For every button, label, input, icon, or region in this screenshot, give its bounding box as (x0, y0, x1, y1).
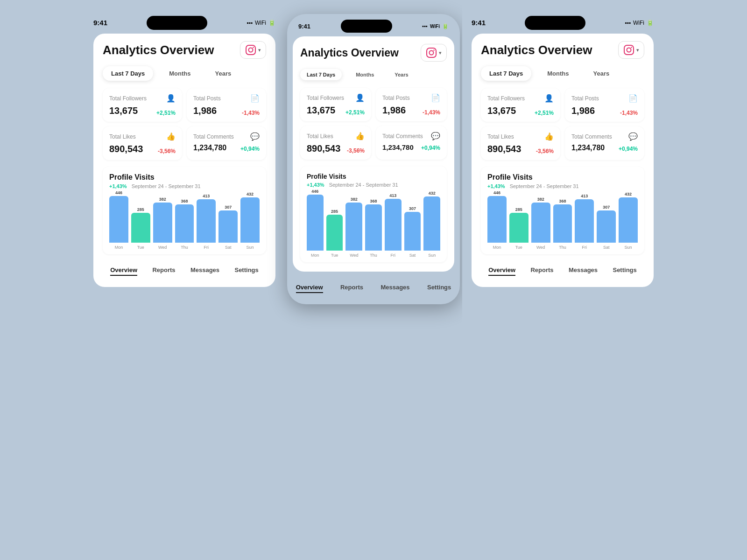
bar-group-thu: 368Thu (365, 199, 382, 258)
right-filter-years[interactable]: Years (585, 66, 618, 81)
left-status-icons: ▪▪▪ WiFi 🔋 (247, 20, 275, 26)
center-bottom-nav: Overview Reports Messages Settings (287, 276, 460, 295)
bar-fill (175, 204, 194, 243)
bar-label: Mon (493, 245, 501, 250)
bar-label: Wed (536, 245, 545, 250)
bar-value: 432 (247, 192, 254, 196)
center-ig-button[interactable]: ▾ (421, 44, 447, 62)
bar-label: Mon (115, 245, 123, 250)
right-followers-icon: 👤 (544, 94, 554, 103)
center-wrapper: 9:41 ▪▪▪ WiFi 🔋 Analytics Overview (285, 0, 462, 304)
bar-label: Fri (582, 245, 587, 250)
center-filter-years[interactable]: Years (388, 69, 415, 80)
bar-label: Mon (311, 253, 319, 258)
wifi-icon: WiFi (430, 24, 440, 29)
bar-label: Tue (137, 245, 144, 250)
bar-group-sun: 432Sun (240, 192, 260, 250)
bar-value: 446 (115, 190, 122, 195)
left-stat-followers: Total Followers 👤 13,675 +2,51% (103, 88, 182, 122)
center-nav-reports[interactable]: Reports (340, 284, 363, 293)
left-nav-reports[interactable]: Reports (152, 266, 175, 276)
bar-value: 382 (159, 197, 166, 202)
left-app-title: Analytics Overview (103, 43, 214, 57)
bar-group-mon: 446Mon (109, 190, 128, 250)
bar-group-sat: 307Sat (597, 205, 616, 250)
bar-group-fri: 413Fri (197, 194, 216, 250)
right-nav-reports[interactable]: Reports (530, 266, 553, 276)
center-stat-comments: Total Comments 💬 1,234,780 +0,94% (376, 126, 447, 160)
bar-value: 446 (311, 189, 318, 194)
svg-point-5 (433, 49, 434, 50)
bar-label: Thu (559, 245, 566, 250)
right-stat-likes: Total Likes 👍 890,543 -3,56% (481, 126, 560, 160)
svg-rect-6 (624, 45, 634, 55)
right-posts-icon: 📄 (628, 94, 638, 103)
right-nav-overview[interactable]: Overview (488, 266, 515, 276)
center-status-icons: ▪▪▪ WiFi 🔋 (422, 23, 449, 29)
center-nav-messages[interactable]: Messages (381, 284, 409, 293)
left-filter-months[interactable]: Months (161, 66, 199, 81)
right-filter-months[interactable]: Months (539, 66, 577, 81)
bar-fill (365, 204, 382, 251)
left-nav-messages[interactable]: Messages (190, 266, 219, 276)
bar-label: Sat (409, 253, 416, 258)
followers-icon: 👤 (166, 94, 176, 103)
bar-label: Thu (370, 253, 377, 258)
bar-group-tue: 285Tue (509, 207, 529, 250)
bar-label: Fri (204, 245, 209, 250)
left-nav-settings[interactable]: Settings (234, 266, 258, 276)
right-time-filter: Last 7 Days Months Years (481, 66, 644, 81)
bar-value: 307 (225, 205, 232, 210)
bar-group-sat: 307Sat (404, 206, 421, 258)
left-status-bar: 9:41 ▪▪▪ WiFi 🔋 (93, 9, 275, 34)
center-nav-overview[interactable]: Overview (296, 284, 323, 293)
svg-point-2 (253, 47, 254, 48)
center-likes-icon: 👍 (355, 132, 365, 140)
left-stats-grid: Total Followers 👤 13,675 +2,51% Total Po… (103, 88, 266, 160)
svg-rect-0 (246, 45, 255, 55)
center-dynamic-island (341, 20, 392, 33)
right-app-header: Analytics Overview ▾ (481, 41, 644, 59)
bar-label: Wed (350, 253, 358, 258)
center-chevron: ▾ (439, 50, 442, 56)
left-filter-7days[interactable]: Last 7 Days (103, 66, 153, 81)
right-nav-settings[interactable]: Settings (613, 266, 636, 276)
left-nav-overview[interactable]: Overview (110, 266, 137, 276)
right-content: 9:41 ▪▪▪ WiFi 🔋 Analytics Overview (472, 0, 654, 296)
bar-fill (218, 210, 238, 243)
svg-point-8 (631, 47, 632, 48)
bar-value: 446 (493, 190, 500, 195)
right-stat-followers: Total Followers 👤 13,675 +2,51% (481, 88, 560, 122)
bar-fill (509, 213, 529, 243)
bar-label: Wed (158, 245, 167, 250)
bar-fill (553, 204, 572, 243)
right-nav-messages[interactable]: Messages (569, 266, 598, 276)
bar-fill (131, 213, 150, 243)
bar-label: Sun (428, 253, 436, 258)
left-filter-years[interactable]: Years (206, 66, 240, 81)
right-ig-button[interactable]: ▾ (618, 41, 644, 59)
bar-fill (326, 215, 343, 251)
center-nav-settings[interactable]: Settings (427, 284, 451, 293)
right-filter-7days[interactable]: Last 7 Days (481, 66, 531, 81)
right-stats-grid: Total Followers 👤 13,675 +2,51% Total Po… (481, 88, 644, 160)
bar-value: 432 (625, 192, 632, 196)
right-ig-icon (623, 44, 634, 56)
bar-label: Fri (390, 253, 395, 258)
center-stat-posts: Total Posts 📄 1,986 -1,43% (376, 88, 447, 121)
app-container: 9:41 ▪▪▪ WiFi 🔋 Analytics Overview (0, 0, 747, 560)
posts-icon: 📄 (250, 94, 260, 103)
left-chart-card: Profile Visits +1,43% September 24 - Sep… (103, 167, 266, 254)
bar-fill (307, 195, 324, 251)
right-stat-comments: Total Comments 💬 1,234,780 +0,94% (565, 126, 644, 160)
right-panel: 9:41 ▪▪▪ WiFi 🔋 Analytics Overview (462, 0, 663, 560)
center-filter-months[interactable]: Months (349, 69, 381, 80)
bar-label: Tue (331, 253, 338, 258)
left-chevron: ▾ (258, 47, 261, 53)
bar-fill (404, 212, 421, 251)
bar-fill (597, 210, 616, 243)
right-card: Analytics Overview ▾ Last 7 Days Months (472, 34, 654, 287)
left-ig-button[interactable]: ▾ (240, 41, 266, 59)
center-filter-7days[interactable]: Last 7 Days (300, 69, 342, 80)
right-bottom-nav: Overview Reports Messages Settings (481, 259, 644, 278)
